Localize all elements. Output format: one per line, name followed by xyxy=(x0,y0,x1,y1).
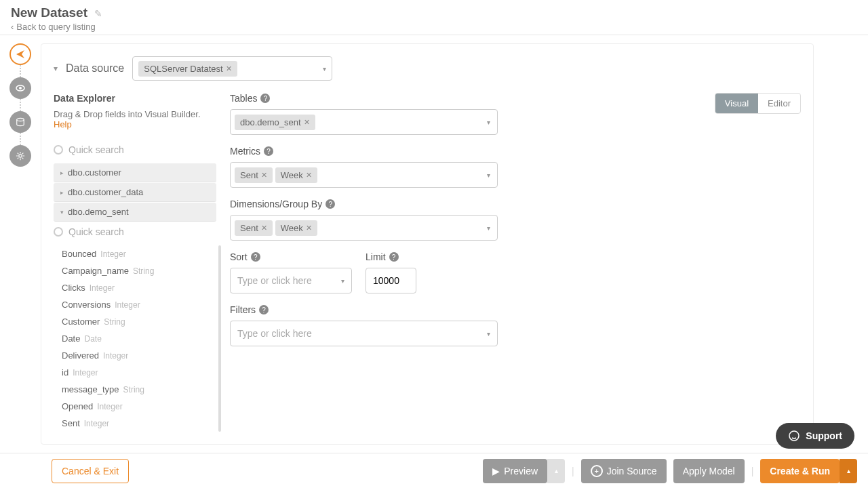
field-row[interactable]: message_typeString xyxy=(54,381,216,398)
field-name: Delivered xyxy=(62,350,99,361)
help-icon[interactable]: ? xyxy=(251,252,260,262)
datasource-select[interactable]: SQLServer Datatest ✕ ▾ xyxy=(132,56,332,81)
field-row[interactable]: ConversionsInteger xyxy=(54,296,216,313)
remove-icon[interactable]: ✕ xyxy=(304,118,310,127)
separator: | xyxy=(751,466,754,476)
dimension-tag: Sent✕ xyxy=(235,220,273,236)
field-name: Campaign_name xyxy=(62,266,129,276)
table-label: dbo.demo_sent xyxy=(68,207,129,217)
help-icon[interactable]: ? xyxy=(259,305,269,314)
remove-icon[interactable]: ✕ xyxy=(261,224,267,232)
metric-tag: Sent✕ xyxy=(235,167,273,183)
back-link[interactable]: ‹ Back to query listing xyxy=(11,22,857,32)
preview-button[interactable]: ▶Preview xyxy=(483,459,547,483)
field-row[interactable]: CustomerString xyxy=(54,313,216,330)
help-icon[interactable]: ? xyxy=(264,146,273,156)
play-icon: ▶ xyxy=(492,466,500,476)
step-node-2[interactable] xyxy=(9,77,31,99)
limit-input[interactable] xyxy=(366,268,416,293)
table-tag-label: dbo.demo_sent xyxy=(240,117,301,127)
separator: | xyxy=(572,466,574,476)
table-search-placeholder: Quick search xyxy=(68,144,124,155)
sort-select[interactable]: Type or click here ▾ xyxy=(230,268,352,293)
field-row[interactable]: SentInteger xyxy=(54,415,216,432)
field-name: Customer xyxy=(62,317,100,327)
chevron-down-icon: ▾ xyxy=(323,65,326,73)
field-type: Integer xyxy=(100,249,125,259)
dimension-tag: Week✕ xyxy=(275,220,317,236)
field-list: BouncedInteger Campaign_nameString Click… xyxy=(54,245,216,432)
sort-placeholder: Type or click here xyxy=(235,275,312,286)
sort-label: Sort? xyxy=(230,251,352,262)
step-node-4[interactable] xyxy=(9,145,31,167)
section-title-datasource: Data source xyxy=(66,62,124,75)
help-icon[interactable]: ? xyxy=(260,94,270,103)
svg-point-1 xyxy=(19,87,22,89)
field-name: Bounced xyxy=(62,249,96,259)
apply-model-button[interactable]: Apply Model xyxy=(673,459,745,483)
chevron-left-icon: ‹ xyxy=(11,22,14,32)
field-row[interactable]: BouncedInteger xyxy=(54,245,216,262)
search-icon xyxy=(54,145,63,155)
svg-point-4 xyxy=(789,431,799,441)
field-row[interactable]: ClicksInteger xyxy=(54,279,216,296)
edit-icon[interactable]: ✎ xyxy=(94,8,102,19)
step-node-1[interactable] xyxy=(9,43,31,65)
tab-visual[interactable]: Visual xyxy=(715,94,758,113)
remove-icon[interactable]: ✕ xyxy=(226,64,232,73)
collapse-icon[interactable]: ▾ xyxy=(54,64,58,73)
chevron-down-icon: ▾ xyxy=(487,171,490,179)
page-title: New Dataset xyxy=(11,5,87,20)
field-row[interactable]: DateDate xyxy=(54,330,216,347)
table-item-demo-sent[interactable]: ▾dbo.demo_sent xyxy=(54,203,216,222)
filters-placeholder: Type or click here xyxy=(235,328,312,339)
visual-builder: Visual Editor Tables? dbo.demo_sent✕ ▾ M… xyxy=(230,93,801,432)
remove-icon[interactable]: ✕ xyxy=(261,171,267,180)
help-icon[interactable]: ? xyxy=(389,252,399,262)
field-row[interactable]: Campaign_nameString xyxy=(54,262,216,279)
dimension-tag-label: Week xyxy=(281,223,303,233)
chevron-right-icon: ▸ xyxy=(60,169,64,176)
tab-editor[interactable]: Editor xyxy=(758,94,800,113)
dimensions-label-text: Dimensions/Group By xyxy=(230,199,322,209)
field-row[interactable]: OpenedInteger xyxy=(54,398,216,415)
table-tag: dbo.demo_sent✕ xyxy=(235,115,315,130)
help-link[interactable]: Help xyxy=(54,119,72,129)
data-source-card: ▾ Data source SQLServer Datatest ✕ ▾ Dat… xyxy=(41,43,814,445)
gear-icon xyxy=(16,151,25,161)
join-source-button[interactable]: +Join Source xyxy=(581,459,667,483)
filters-select[interactable]: Type or click here ▾ xyxy=(230,321,498,346)
table-search[interactable]: Quick search xyxy=(54,140,216,159)
datasource-tag: SQLServer Datatest ✕ xyxy=(138,61,237,77)
metric-tag-label: Week xyxy=(281,170,303,180)
field-type: Integer xyxy=(103,351,128,361)
table-item-customer-data[interactable]: ▸dbo.customer_data xyxy=(54,183,216,202)
field-search[interactable]: Quick search xyxy=(54,222,216,241)
field-row[interactable]: DeliveredInteger xyxy=(54,347,216,364)
create-split[interactable]: ▴ xyxy=(840,459,857,483)
search-icon xyxy=(54,227,63,237)
support-label: Support xyxy=(806,430,842,441)
builder-mode-toggle[interactable]: Visual Editor xyxy=(715,93,801,114)
chevron-down-icon: ▾ xyxy=(487,119,490,126)
back-link-label: Back to query listing xyxy=(16,22,95,32)
step-node-3[interactable] xyxy=(9,111,31,133)
field-row[interactable]: idInteger xyxy=(54,364,216,381)
metrics-label: Metrics? xyxy=(230,146,801,157)
remove-icon[interactable]: ✕ xyxy=(306,224,312,232)
tables-select[interactable]: dbo.demo_sent✕ ▾ xyxy=(230,109,498,135)
svg-point-3 xyxy=(19,155,22,157)
cancel-button[interactable]: Cancel & Exit xyxy=(52,459,129,483)
table-item-customer[interactable]: ▸dbo.customer xyxy=(54,163,216,182)
dimension-tag-label: Sent xyxy=(240,223,258,233)
metrics-select[interactable]: Sent✕ Week✕ ▾ xyxy=(230,162,498,188)
preview-split[interactable]: ▴ xyxy=(547,459,565,483)
metric-tag-label: Sent xyxy=(240,170,258,180)
dimensions-select[interactable]: Sent✕ Week✕ ▾ xyxy=(230,215,498,241)
create-run-button[interactable]: Create & Run xyxy=(760,459,840,483)
field-name: Conversions xyxy=(62,300,111,310)
remove-icon[interactable]: ✕ xyxy=(306,171,312,180)
help-icon[interactable]: ? xyxy=(326,199,335,209)
support-button[interactable]: Support xyxy=(776,423,854,449)
field-type: String xyxy=(123,385,144,394)
